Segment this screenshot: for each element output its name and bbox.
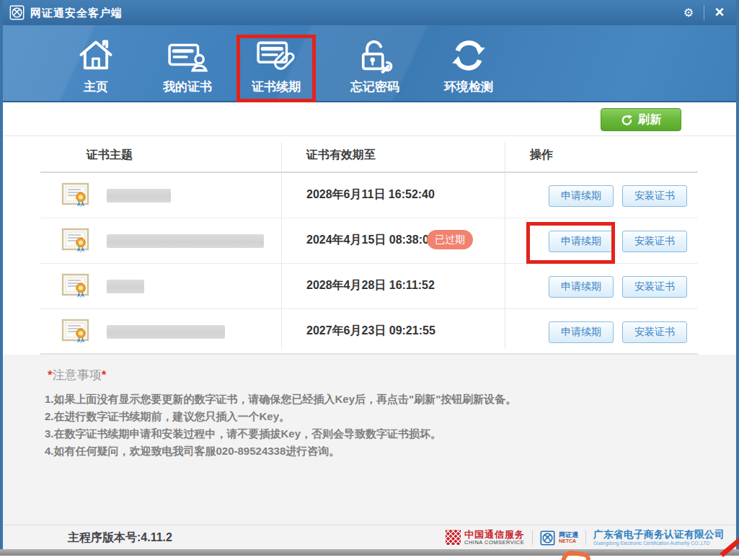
certificate-icon: [61, 182, 92, 209]
footer-logos: 中国通信服务 CHINA COMSERVICE 网证通 NETCA: [446, 525, 725, 550]
refresh-button[interactable]: 刷新: [601, 108, 681, 131]
certificate-icon: [61, 318, 92, 345]
nav-label: 忘记密码: [332, 79, 418, 95]
asterisk-mark: *: [48, 368, 53, 382]
install-cert-button[interactable]: 安装证书: [622, 276, 687, 298]
footer-bar: 主程序版本号:4.11.2 中国通信服务 CHINA COMSERVICE 网证…: [3, 525, 736, 549]
table-header: 证书主题 证书有效期至 操作: [40, 136, 698, 173]
app-window: 网证通安全客户端 ⚙ × 主页 我的证书: [0, 0, 739, 560]
notes-section: *注意事项* 1.如果上面没有显示您要更新的数字证书，请确保您已经插入Key后，…: [3, 355, 736, 525]
column-header-subject: 证书主题: [87, 136, 133, 173]
logo-subtitle: NETCA: [559, 538, 578, 543]
nav-item-home[interactable]: 主页: [53, 37, 139, 99]
note-item: 3.在数字证书续期申请和安装过程中，请不要插拔Key，否则会导致数字证书损坏。: [45, 425, 679, 443]
certificate-paperclip-icon: [256, 37, 296, 74]
refresh-label: 刷新: [638, 112, 661, 128]
logo-title: 广东省电子商务认证有限公司: [593, 530, 725, 540]
logo-title: 网证通: [559, 532, 578, 538]
table-row: 2028年6月11日 16:52:40 申请续期 安装证书: [40, 173, 698, 218]
expiry-date: 2028年4月28日 16:11:52: [306, 278, 435, 293]
close-icon[interactable]: ×: [709, 3, 730, 22]
title-bar: 网证通安全客户端 ⚙ ×: [0, 0, 739, 25]
window-border-right: [736, 0, 739, 549]
install-cert-button[interactable]: 安装证书: [622, 321, 687, 343]
nav-item-environment-check[interactable]: 环境检测: [425, 37, 512, 99]
table-row: 2027年6月23日 09:21:55 申请续期 安装证书: [40, 309, 698, 355]
gdca-logo: 广东省电子商务认证有限公司 Guangdong Electronic Certi…: [593, 530, 725, 545]
nav-item-my-certificates[interactable]: 我的证书: [144, 37, 231, 99]
settings-gear-icon[interactable]: ⚙: [678, 3, 699, 22]
refresh-icon: [621, 114, 633, 126]
logo-divider: [585, 530, 586, 545]
window-border-left: [0, 0, 3, 549]
table-row: 2024年4月15日 08:38:08 已过期 申请续期 安装证书: [40, 218, 698, 264]
home-icon: [77, 37, 115, 74]
column-header-actions: 操作: [530, 136, 553, 173]
logo-divider: [532, 530, 533, 545]
blurred-subject: [107, 325, 225, 339]
apply-renewal-button[interactable]: 申请续期: [549, 276, 614, 298]
apply-renewal-button[interactable]: 申请续期: [549, 321, 614, 343]
logo-subtitle: CHINA COMSERVICE: [464, 540, 525, 546]
install-cert-button[interactable]: 安装证书: [622, 185, 687, 207]
logo-subtitle: Guangdong Electronic Certification Autho…: [593, 541, 725, 546]
cycle-arrows-icon: [450, 37, 487, 74]
apply-renewal-button[interactable]: 申请续期: [549, 231, 614, 252]
expired-badge: 已过期: [427, 230, 473, 249]
nav-item-cert-renewal[interactable]: 证书续期: [233, 37, 319, 99]
note-item: 2.在进行数字证书续期前，建议您只插入一个Key。: [45, 408, 679, 425]
nav-label: 我的证书: [144, 79, 231, 95]
blurred-subject: [107, 280, 144, 293]
logo-title: 中国通信服务: [464, 530, 525, 540]
blurred-subject: [107, 234, 264, 248]
expiry-date: 2027年6月23日 09:21:55: [306, 324, 435, 339]
expiry-date: 2028年6月11日 16:52:40: [306, 187, 435, 203]
window-border-bottom: [0, 549, 739, 556]
titlebar-divider: [704, 5, 704, 20]
install-cert-button[interactable]: 安装证书: [622, 231, 687, 252]
nav-label: 环境检测: [425, 79, 512, 95]
certificate-icon: [61, 227, 92, 254]
notes-title: *注意事项*: [48, 367, 106, 383]
asterisk-mark: *: [102, 368, 107, 382]
nav-bar: 主页 我的证书 证书续期: [0, 25, 739, 102]
app-logo-icon: [9, 5, 25, 20]
certificate-user-icon: [167, 37, 208, 74]
nav-label: 证书续期: [233, 79, 319, 95]
apply-renewal-button[interactable]: 申请续期: [549, 185, 614, 207]
blurred-subject: [107, 189, 171, 203]
table-row: 2028年4月28日 16:11:52 申请续期 安装证书: [40, 264, 698, 309]
certificate-table: 证书主题 证书有效期至 操作 2028年6月11日 16:52:40 申请续期 …: [3, 136, 736, 355]
toolbar: 刷新: [3, 102, 736, 136]
note-item: 4.如有任何疑问，欢迎致电我司客服020-89524338进行咨询。: [45, 443, 679, 460]
expiry-date: 2024年4月15日 08:38:08: [306, 233, 435, 248]
netca-logo: 网证通 NETCA: [540, 530, 578, 546]
version-label: 主程序版本号:4.11.2: [68, 525, 172, 550]
nav-label: 主页: [53, 79, 139, 95]
netca-icon: [540, 530, 555, 546]
column-header-expiry: 证书有效期至: [306, 136, 376, 173]
unlock-wrench-icon: [356, 37, 394, 74]
certificate-icon: [61, 272, 92, 300]
window-title: 网证通安全客户端: [30, 0, 123, 25]
note-item: 1.如果上面没有显示您要更新的数字证书，请确保您已经插入Key后，再点击"刷新"…: [45, 391, 679, 408]
china-comservice-icon: [446, 530, 461, 545]
nav-item-forgot-password[interactable]: 忘记密码: [332, 37, 418, 99]
china-comservice-logo: 中国通信服务 CHINA COMSERVICE: [446, 530, 525, 546]
